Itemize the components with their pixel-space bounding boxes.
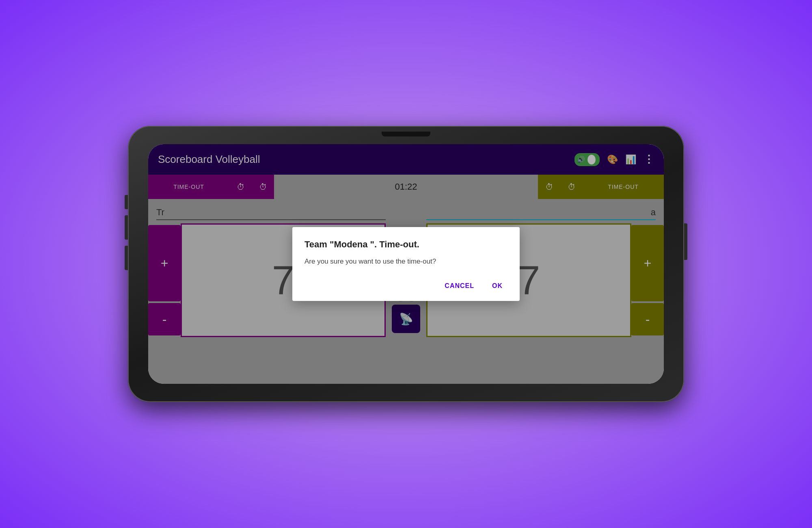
ok-button[interactable]: OK xyxy=(487,279,508,293)
dialog-message: Are you sure you want to use the time-ou… xyxy=(304,256,508,267)
dialog-buttons: CANCEL OK xyxy=(304,279,508,293)
phone-screen: Scoreboard Volleyball 🔊 🎨 📊 ⋮ TIME-OUT ⏱ xyxy=(148,144,664,384)
dialog-box: Team "Modena ". Time-out. Are you sure y… xyxy=(292,227,520,301)
app-container: Scoreboard Volleyball 🔊 🎨 📊 ⋮ TIME-OUT ⏱ xyxy=(148,144,664,384)
phone-device: Scoreboard Volleyball 🔊 🎨 📊 ⋮ TIME-OUT ⏱ xyxy=(128,126,684,402)
power-button xyxy=(125,195,128,209)
side-button xyxy=(684,223,687,260)
volume-up-button xyxy=(125,215,128,240)
cancel-button[interactable]: CANCEL xyxy=(440,279,479,293)
volume-down-button xyxy=(125,246,128,270)
dialog-title: Team "Modena ". Time-out. xyxy=(304,239,508,250)
phone-notch xyxy=(382,132,430,136)
dialog-overlay: Team "Modena ". Time-out. Are you sure y… xyxy=(148,144,664,384)
